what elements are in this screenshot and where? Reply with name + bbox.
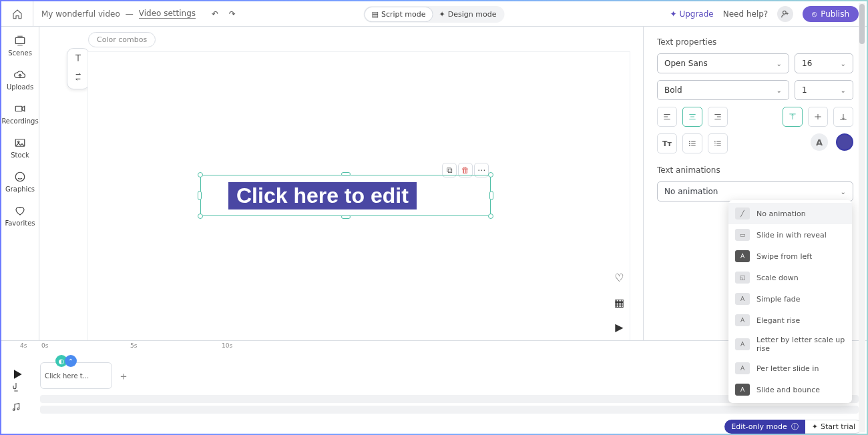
- design-mode-label: Design mode: [448, 10, 497, 19]
- font-weight-select[interactable]: Bold⌄: [657, 80, 789, 100]
- design-icon: ✦: [439, 10, 445, 19]
- upload-icon: [14, 69, 26, 81]
- valign-middle-button[interactable]: [808, 107, 828, 127]
- tick: 10s: [222, 342, 232, 349]
- text-color-swatch[interactable]: A: [811, 133, 828, 151]
- camera-icon: [14, 103, 26, 115]
- tick: 5s: [130, 342, 137, 349]
- font-family-select[interactable]: Open Sans⌄: [657, 53, 789, 73]
- svg-rect-1: [15, 38, 25, 44]
- undo-button[interactable]: ↶: [212, 9, 218, 19]
- svg-point-9: [13, 409, 15, 411]
- text-transform-button[interactable]: Tт: [657, 133, 677, 153]
- upgrade-link[interactable]: ✦ Upgrade: [670, 9, 714, 19]
- add-clip-button[interactable]: ＋: [116, 369, 131, 384]
- home-icon: [12, 9, 23, 19]
- scenes-icon: [14, 35, 26, 47]
- start-trial-button[interactable]: ✦Start trial: [805, 420, 863, 434]
- rail-label: Favorites: [5, 220, 35, 227]
- swap-tool[interactable]: [73, 71, 83, 85]
- anim-option-slide-reveal[interactable]: ▭Slide in with reveal: [728, 224, 852, 246]
- design-mode-tab[interactable]: ✦ Design mode: [433, 7, 503, 21]
- text-tool[interactable]: [73, 53, 83, 66]
- home-button[interactable]: [1, 1, 33, 26]
- rail-scenes[interactable]: Scenes: [8, 35, 32, 57]
- vertical-scrollbar[interactable]: [859, 3, 865, 432]
- svg-point-7: [689, 143, 690, 143]
- anim-option-elegant-rise[interactable]: AElegant rise: [728, 310, 852, 331]
- stage[interactable]: ⧉ 🗑 ⋯ Click here to edit ♡ ▦ ▶: [88, 52, 630, 340]
- bullet-list-button[interactable]: [682, 133, 702, 153]
- anim-option-simple-fade[interactable]: ASimple fade: [728, 288, 852, 310]
- script-mode-label: Script mode: [381, 10, 426, 19]
- rail-stock[interactable]: Stock: [11, 137, 29, 159]
- timeline-clip[interactable]: ◐ ⌃ Click here t...: [40, 362, 112, 389]
- image-icon: [14, 137, 26, 149]
- canvas-area: Color combos ⧉ 🗑 ⋯ Click here to edit ♡ …: [39, 27, 643, 340]
- text-properties-title: Text properties: [657, 37, 853, 47]
- anim-option-slide-bounce[interactable]: ASlide and bounce: [728, 379, 852, 400]
- rail-recordings[interactable]: Recordings: [1, 103, 38, 125]
- anim-option-per-letter-slide[interactable]: APer letter slide in: [728, 358, 852, 379]
- animation-select[interactable]: No animation⌄: [657, 181, 853, 201]
- music-track[interactable]: [40, 406, 859, 414]
- edit-only-mode-badge[interactable]: Edit-only modeⓘ: [724, 420, 805, 434]
- text-element[interactable]: Click here to edit: [228, 182, 417, 209]
- rail-label: Stock: [11, 151, 29, 159]
- rail-label: Recordings: [1, 117, 38, 125]
- clip-label: Click here t...: [45, 372, 89, 380]
- align-left-button[interactable]: [657, 107, 677, 127]
- align-right-button[interactable]: [708, 107, 728, 127]
- tick: 0s: [41, 342, 48, 349]
- redo-button[interactable]: ↷: [229, 9, 236, 19]
- anim-option-letter-scale-rise[interactable]: ALetter by letter scale up rise: [728, 331, 852, 358]
- rail-favorites[interactable]: Favorites: [5, 205, 35, 227]
- line-height-select[interactable]: 1⌄: [795, 80, 853, 100]
- animation-dropdown-menu: ╱No animation ▭Slide in with reveal ASwi…: [728, 200, 852, 403]
- heart-icon: [14, 205, 26, 217]
- anim-option-swipe-left[interactable]: ASwipe from left: [728, 246, 852, 267]
- music-track-button[interactable]: [11, 402, 21, 415]
- anim-option-none[interactable]: ╱No animation: [728, 203, 852, 224]
- video-settings-link[interactable]: Video settings: [139, 9, 196, 19]
- favorite-button[interactable]: ♡: [614, 272, 624, 284]
- rail-label: Scenes: [8, 49, 32, 57]
- valign-top-button[interactable]: [783, 107, 803, 127]
- svg-point-6: [689, 141, 690, 142]
- text-animations-title: Text animations: [657, 165, 853, 175]
- svg-rect-2: [15, 106, 22, 111]
- align-center-button[interactable]: [682, 107, 702, 127]
- svg-point-4: [18, 141, 19, 142]
- project-name[interactable]: My wonderful video: [41, 9, 120, 19]
- rail-label: Uploads: [7, 83, 33, 91]
- svg-point-8: [689, 145, 690, 145]
- color-combos-button[interactable]: Color combos: [88, 32, 156, 47]
- valign-bottom-button[interactable]: [833, 107, 853, 127]
- rail-label: Graphics: [5, 185, 35, 193]
- svg-point-0: [783, 11, 787, 14]
- font-size-select[interactable]: 16⌄: [795, 53, 853, 73]
- grid-button[interactable]: ▦: [614, 296, 624, 309]
- svg-point-5: [15, 172, 25, 181]
- numbered-list-button[interactable]: [708, 133, 728, 153]
- script-icon: ▤: [372, 10, 379, 19]
- rail-uploads[interactable]: Uploads: [7, 69, 33, 91]
- clip-badge-expand[interactable]: ⌃: [65, 355, 77, 367]
- top-bar: My wonderful video — Video settings ↶ ↷ …: [1, 1, 867, 27]
- bg-color-swatch[interactable]: [836, 133, 853, 151]
- bottom-bar: Edit-only modeⓘ ✦Start trial: [1, 419, 867, 434]
- tick: 4s: [20, 342, 27, 349]
- need-help-link[interactable]: Need help?: [723, 9, 768, 19]
- title-separator: —: [126, 9, 134, 19]
- rail-graphics[interactable]: Graphics: [5, 171, 35, 193]
- mode-switch: ▤ Script mode ✦ Design mode: [364, 6, 505, 23]
- user-plus-icon: [781, 9, 790, 19]
- script-mode-tab[interactable]: ▤ Script mode: [365, 7, 433, 21]
- svg-point-10: [17, 408, 19, 410]
- anim-option-scale-down[interactable]: ◱Scale down: [728, 267, 852, 288]
- smile-icon: [14, 171, 26, 183]
- play-preview-button[interactable]: ▶: [615, 321, 623, 334]
- invite-user-button[interactable]: [777, 6, 793, 22]
- voice-track-button[interactable]: [11, 382, 21, 395]
- publish-button[interactable]: ⎋ Publish: [803, 6, 859, 22]
